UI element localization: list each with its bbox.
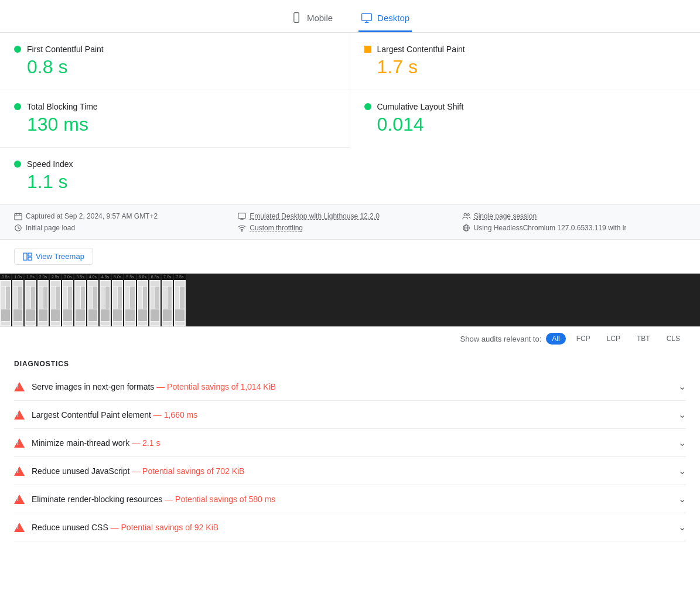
audit-label: Reduce unused JavaScript — Potential sav… — [32, 466, 671, 476]
lcp-value: 1.7 s — [377, 56, 687, 78]
audit-savings: — 2.1 s — [132, 438, 160, 448]
filmstrip-frame: 5.5s — [124, 274, 135, 326]
session-link[interactable]: Single page session — [474, 212, 537, 220]
filmstrip-frame: 4.5s — [100, 274, 111, 326]
session-info: Single page session — [462, 212, 686, 220]
audit-savings: — Potential savings of 580 ms — [165, 495, 275, 504]
people-icon — [462, 212, 470, 220]
expand-icon: ⌄ — [678, 437, 686, 448]
svg-rect-0 — [294, 13, 299, 23]
audit-label: Minimize main-thread work — 2.1 s — [32, 438, 671, 448]
error-triangle-icon — [14, 466, 25, 476]
audit-row[interactable]: Reduce unused JavaScript — Potential sav… — [14, 457, 686, 485]
filmstrip-frame: 3.5s — [74, 274, 86, 326]
desktop-icon — [361, 12, 373, 23]
capture-info: Captured at Sep 2, 2024, 9:57 AM GMT+2 — [14, 212, 238, 220]
tab-desktop[interactable]: Desktop — [358, 7, 412, 32]
filmstrip-frame: 7.0s — [162, 274, 173, 326]
calendar-icon — [14, 212, 22, 220]
globe-icon — [462, 224, 470, 232]
svg-point-15 — [242, 231, 243, 231]
filmstrip-frame: 0.5s — [0, 274, 11, 326]
info-col-3: Single page session Using HeadlessChromi… — [462, 212, 686, 232]
mobile-icon — [291, 12, 302, 23]
audit-label: Eliminate render-blocking resources — Po… — [32, 495, 671, 504]
audit-label: Serve images in next-gen formats — Poten… — [32, 382, 671, 391]
svg-rect-12 — [238, 213, 245, 219]
svg-line-11 — [18, 228, 20, 229]
metric-si: Speed Index 1.1 s — [0, 148, 700, 204]
emulated-info: Emulated Desktop with Lighthouse 12.2.0 — [238, 212, 462, 220]
info-bar: Captured at Sep 2, 2024, 9:57 AM GMT+2 I… — [0, 205, 700, 240]
filmstrip-frame: 7.5s — [174, 274, 185, 326]
expand-icon: ⌄ — [678, 521, 686, 533]
error-triangle-icon — [14, 523, 25, 532]
diagnostics-section: DIAGNOSTICS Serve images in next-gen for… — [0, 350, 700, 541]
filmstrip-frame: 2.5s — [50, 274, 61, 326]
filmstrip-frame: 6.0s — [137, 274, 148, 326]
svg-point-16 — [464, 213, 466, 216]
audit-savings: — Potential savings of 1,014 KiB — [156, 382, 276, 391]
audit-savings: — 1,660 ms — [153, 410, 197, 420]
tab-bar: Mobile Desktop — [0, 0, 700, 33]
svg-rect-23 — [28, 257, 32, 260]
expand-icon: ⌄ — [678, 493, 686, 504]
tab-mobile[interactable]: Mobile — [288, 7, 335, 32]
audit-row[interactable]: Minimize main-thread work — 2.1 s ⌄ — [14, 429, 686, 457]
view-treemap-button[interactable]: View Treemap — [14, 248, 93, 265]
error-triangle-icon — [14, 410, 25, 420]
filmstrip-frame: 5.0s — [112, 274, 123, 326]
audit-row[interactable]: Serve images in next-gen formats — Poten… — [14, 373, 686, 401]
filter-tbt[interactable]: TBT — [631, 333, 656, 345]
filter-all[interactable]: All — [546, 333, 565, 345]
filmstrip-frame: 6.5s — [149, 274, 161, 326]
expand-icon: ⌄ — [678, 465, 686, 476]
filmstrip-frame: 3.0s — [62, 274, 73, 326]
filter-fcp[interactable]: FCP — [571, 333, 596, 345]
info-col-2: Emulated Desktop with Lighthouse 12.2.0 … — [238, 212, 462, 232]
filter-cls[interactable]: CLS — [661, 333, 686, 345]
monitor-icon — [238, 212, 246, 220]
si-value: 1.1 s — [27, 171, 686, 193]
cls-indicator — [364, 103, 371, 110]
error-triangle-icon — [14, 382, 25, 391]
diagnostics-list: Serve images in next-gen formats — Poten… — [14, 373, 686, 541]
diagnostics-title: DIAGNOSTICS — [14, 360, 686, 368]
audit-label: Largest Contentful Paint element — 1,660… — [32, 410, 671, 420]
filmstrip-frame: 2.0s — [37, 274, 49, 326]
svg-rect-5 — [15, 214, 22, 220]
metric-cls: Cumulative Layout Shift 0.014 — [350, 90, 701, 148]
tbt-value: 130 ms — [27, 114, 336, 135]
fcp-indicator — [14, 46, 21, 53]
svg-rect-22 — [28, 253, 32, 256]
throttling-link[interactable]: Custom throttling — [250, 224, 303, 232]
filmstrip-frame: 4.0s — [87, 274, 98, 326]
svg-point-17 — [467, 214, 469, 216]
audit-row[interactable]: Reduce unused CSS — Potential savings of… — [14, 513, 686, 541]
clock-icon — [14, 224, 22, 232]
expand-icon: ⌄ — [678, 409, 686, 420]
metric-lcp: Largest Contentful Paint 1.7 s — [350, 33, 701, 90]
filmstrip-frame: 1.0s — [12, 274, 23, 326]
error-triangle-icon — [14, 438, 25, 448]
cls-value: 0.014 — [377, 114, 687, 135]
expand-icon: ⌄ — [678, 381, 686, 392]
treemap-icon — [23, 253, 32, 261]
svg-rect-2 — [362, 13, 372, 21]
tbt-indicator — [14, 103, 21, 110]
audit-savings: — Potential savings of 92 KiB — [111, 523, 218, 532]
audit-label: Reduce unused CSS — Potential savings of… — [32, 523, 671, 532]
info-col-1: Captured at Sep 2, 2024, 9:57 AM GMT+2 I… — [14, 212, 238, 232]
audit-filter: Show audits relevant to: All FCP LCP TBT… — [0, 327, 700, 350]
metric-fcp: First Contentful Paint 0.8 s — [0, 33, 350, 90]
throttling-info: Custom throttling — [238, 224, 462, 232]
audit-row[interactable]: Eliminate render-blocking resources — Po… — [14, 485, 686, 513]
audit-savings: — Potential savings of 702 KiB — [132, 466, 244, 476]
filmstrip-frame: 1.5s — [25, 274, 36, 326]
wifi-icon — [238, 224, 246, 232]
filmstrip-section: 0.5s 1.0s 1.5s — [0, 274, 700, 327]
audit-row[interactable]: Largest Contentful Paint element — 1,660… — [14, 401, 686, 429]
svg-rect-21 — [23, 253, 27, 260]
filter-lcp[interactable]: LCP — [601, 333, 626, 345]
emulated-link[interactable]: Emulated Desktop with Lighthouse 12.2.0 — [250, 212, 379, 220]
